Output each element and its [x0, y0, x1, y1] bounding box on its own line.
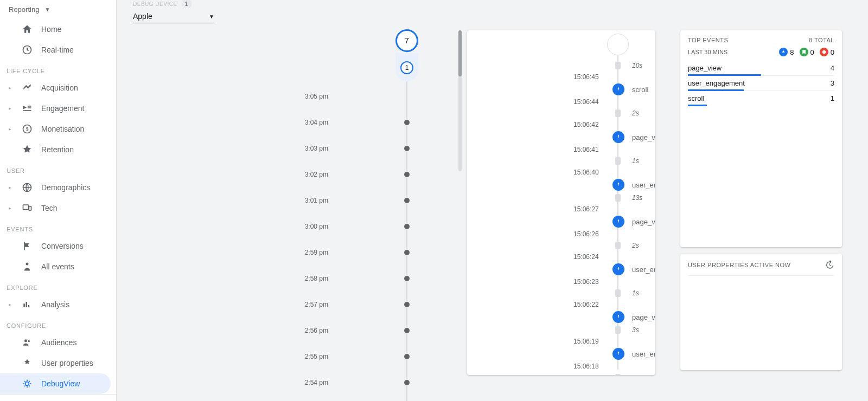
minute-time-label: 2:56 pm [117, 327, 344, 334]
stream-event-row[interactable]: user_engagement [467, 178, 655, 192]
stream-event-row[interactable]: user_engagement [467, 347, 655, 361]
badge-errors: 0 [820, 48, 834, 56]
stream-event-label: user_engagement [632, 181, 655, 189]
minute-time-label: 3:00 pm [117, 223, 344, 230]
flag-icon [22, 241, 33, 251]
gap-marker [615, 326, 621, 334]
svg-point-12 [25, 382, 29, 386]
event-marker-icon [612, 83, 624, 95]
minute-row[interactable]: 2:59 pm [117, 240, 344, 266]
conversion-badge-icon [800, 48, 808, 56]
reporting-dropdown[interactable]: Reporting ▼ [0, 0, 116, 19]
nav-monetisation[interactable]: ▸ $ Monetisation [0, 119, 111, 139]
minute-row[interactable]: 3:02 pm [117, 161, 344, 187]
minute-row[interactable]: 3:00 pm [117, 214, 344, 240]
monetisation-icon: $ [22, 124, 33, 134]
minute-row[interactable]: 3:01 pm [117, 187, 344, 214]
minute-row[interactable]: 2:58 pm [117, 266, 344, 292]
nav-user-properties[interactable]: ▸ User properties [0, 353, 111, 373]
nav-label: Demographics [41, 183, 90, 192]
nav-realtime[interactable]: ▸ Real-time [0, 40, 111, 60]
devices-icon [22, 203, 33, 214]
metric-badges: 8 0 0 [779, 48, 834, 56]
stream-event-row[interactable]: page_view [467, 215, 655, 229]
globe-icon [22, 182, 33, 193]
minute-row[interactable]: 2:55 pm [117, 344, 344, 370]
minute-row[interactable]: 2:54 pm [117, 370, 344, 396]
section-events: Events [0, 218, 116, 236]
top-event-row[interactable]: page_view4 [688, 61, 834, 76]
stream-timestamp: 15:06:26 [573, 230, 599, 238]
stream-time-row: 15:06:24 [467, 251, 655, 262]
home-icon [22, 24, 33, 35]
stream-timestamp: 15:06:22 [573, 301, 599, 308]
minute-row[interactable]: 3:04 pm [117, 109, 344, 135]
history-icon[interactable] [825, 260, 834, 270]
nav-tech[interactable]: ▸ Tech [0, 198, 111, 218]
user-properties-card: User properties active now [680, 254, 842, 370]
nav-conversions[interactable]: ▸ Conversions [0, 236, 111, 256]
minute-row[interactable]: 3:05 pm [117, 83, 344, 109]
nav-audiences[interactable]: ▸ Audiences [0, 332, 111, 353]
event-marker-icon [612, 263, 624, 275]
stream-timestamp: 15:06:41 [573, 146, 599, 153]
top-event-count: 1 [831, 94, 834, 102]
nav-label: Engagement [41, 104, 84, 113]
gap-marker [615, 109, 621, 117]
badge-conversions: 0 [800, 48, 814, 56]
gap-marker [615, 242, 621, 249]
top-event-row[interactable]: user_engagement3 [688, 76, 834, 91]
minute-time-label: 2:57 pm [117, 301, 344, 308]
minute-row[interactable]: 2:56 pm [117, 318, 344, 344]
gap-marker [615, 62, 621, 69]
stream-timestamp: 15:06:24 [573, 253, 599, 261]
section-explore: Explore [0, 277, 116, 294]
nav-acquisition[interactable]: ▸ Acquisition [0, 77, 111, 98]
stream-event-label: user_engagement [632, 266, 655, 274]
nav-admin[interactable]: ▸ Admin [0, 397, 111, 401]
right-column: Top Events 8 Total Last 30 mins 8 0 [680, 30, 842, 370]
minute-sub-count[interactable]: 1 [400, 61, 413, 74]
sidebar: Reporting ▼ ▸ Home ▸ Real-time Life cycl… [0, 0, 117, 401]
stream-timestamp: 15:06:42 [573, 121, 599, 128]
scrollbar-thumb[interactable] [458, 30, 462, 76]
engagement-icon [22, 103, 33, 114]
stream-event-label: page_view [632, 133, 655, 141]
scrollbar[interactable] [458, 30, 462, 171]
nav-engagement[interactable]: ▸ Engagement [0, 98, 111, 119]
stream-gap-label: 3s [632, 326, 639, 334]
minute-head-count[interactable]: 7 [395, 29, 418, 52]
top-events-card: Top Events 8 Total Last 30 mins 8 0 [680, 30, 842, 247]
stream-event-row[interactable]: page_view [467, 310, 655, 324]
svg-point-11 [28, 340, 30, 342]
minute-dot [404, 328, 410, 333]
stream-event-row[interactable]: user_engagement [467, 262, 655, 276]
stream-gap-row: 1s [467, 287, 655, 299]
event-marker-icon [612, 179, 624, 191]
stream-event-label: scroll [632, 86, 648, 94]
nav-analysis[interactable]: ▸ Analysis [0, 294, 111, 315]
stream-timestamp: 15:06:45 [573, 73, 599, 81]
nav-demographics[interactable]: ▸ Demographics [0, 177, 111, 198]
nav-home[interactable]: ▸ Home [0, 19, 111, 40]
stream-time-row: 15:06:41 [467, 144, 655, 155]
stream-gap-row: 18s [467, 372, 655, 375]
stream-gap-label: 10s [632, 62, 642, 69]
stream-event-row[interactable]: scroll [467, 82, 655, 96]
nav-all-events[interactable]: ▸ All events [0, 256, 111, 277]
event-marker-icon [612, 216, 624, 228]
minute-row[interactable]: 2:57 pm [117, 292, 344, 318]
top-event-name: page_view [688, 64, 722, 72]
stream-event-row[interactable]: page_view [467, 130, 655, 144]
nav-debugview[interactable]: ▸ DebugView [0, 373, 111, 394]
stream-gap-label: 2s [632, 242, 639, 249]
nav-label: Analysis [41, 300, 69, 309]
minute-dot [404, 224, 410, 229]
minute-time-label: 3:03 pm [117, 145, 344, 152]
analysis-icon [22, 299, 33, 310]
nav-retention[interactable]: ▸ Retention [0, 139, 111, 160]
minute-sub-wrap: 1 [395, 53, 418, 81]
minute-row[interactable]: 3:03 pm [117, 135, 344, 161]
acquisition-icon [22, 82, 33, 93]
top-event-row[interactable]: scroll1 [688, 91, 834, 106]
